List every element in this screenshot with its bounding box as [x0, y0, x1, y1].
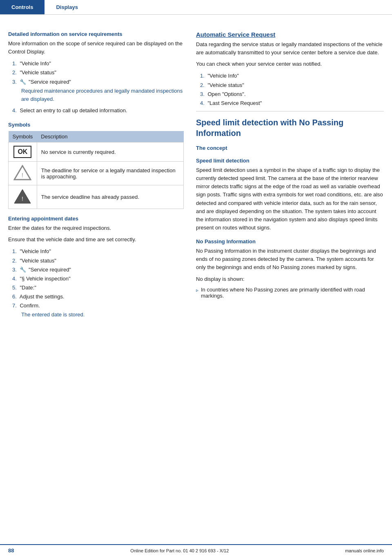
symbols-section: Symbols Symbols Description OK No servic… [8, 122, 184, 209]
speed-limit-section: Speed limit detection with No Passing In… [196, 117, 384, 299]
list-item: 5. "Date:" [12, 283, 184, 292]
no-passing-info-body: No Passing Information in the instrument… [196, 247, 384, 271]
appointment-dates-section: Entering appointment dates Enter the dat… [8, 216, 184, 319]
appointment-dates-heading: Entering appointment dates [8, 216, 184, 222]
list-item: 3. Open "Options". [200, 90, 384, 99]
tab-controls[interactable]: Controls [0, 0, 45, 14]
list-item: 3. 🔧 "Service required" [12, 78, 184, 87]
footer-center-text: Online Edition for Part no. 01 40 2 916 … [130, 548, 229, 553]
automatic-service-body1: Data regarding the service status or leg… [196, 40, 384, 57]
list-item: 7. Confirm. [12, 301, 184, 310]
no-passing-bullets: ▹ In countries where No Passing zones ar… [196, 287, 384, 299]
list-item: 2. "Vehicle status" [200, 81, 384, 90]
no-passing-info-subheading: No Passing Information [196, 238, 384, 245]
bullet-text: In countries where No Passing zones are … [201, 287, 384, 299]
table-row: ! The service deadline has already passe… [9, 185, 184, 209]
automatic-service-list: 1. "Vehicle Info" 2. "Vehicle status" 3.… [200, 71, 384, 108]
symbols-table: Symbols Description OK No service is cur… [8, 131, 184, 209]
list-item: 4. "Last Service Request" [200, 99, 384, 108]
detailed-info-heading: Detailed information on service requirem… [8, 31, 184, 37]
speed-limit-heading: Speed limit detection with No Passing In… [196, 117, 384, 138]
automatic-service-body2: You can check when your service center w… [196, 60, 384, 68]
list-item: 4. "§ Vehicle inspection" [12, 274, 184, 283]
list-item: 1. "Vehicle Info" [12, 59, 184, 68]
appointment-dates-body1: Enter the dates for the required inspect… [8, 224, 184, 232]
triangle-filled-symbol: ! [13, 189, 31, 204]
table-row: OK No service is currently required. [9, 142, 184, 162]
section-divider [196, 111, 384, 111]
page-footer: 88 Online Edition for Part no. 01 40 2 9… [0, 544, 392, 556]
appointment-dates-list: 1. "Vehicle Info" 2. "Vehicle status" 3.… [12, 247, 184, 319]
detailed-info-body: More information on the scope of service… [8, 40, 184, 56]
concept-subheading: The concept [196, 145, 384, 151]
list-item: 2. "Vehicle status" [12, 256, 184, 265]
page-number: 88 [8, 547, 14, 554]
list-item: 1. "Vehicle Info" [200, 71, 384, 80]
ok-symbol: OK [13, 146, 31, 158]
list-item: 6. Adjust the settings. [12, 292, 184, 301]
bullet-item: ▹ In countries where No Passing zones ar… [196, 287, 384, 299]
symbols-heading: Symbols [8, 122, 184, 128]
symbols-col-header: Symbols [9, 131, 37, 142]
left-column: Detailed information on service requirem… [8, 24, 184, 323]
description-cell: The deadline for service or a legally ma… [37, 162, 183, 185]
table-row: ! The deadline for service or a legally … [9, 162, 184, 185]
detailed-info-section: Detailed information on service requirem… [8, 31, 184, 115]
list-item: 1. "Vehicle Info" [12, 247, 184, 256]
list-item: 3. 🔧 "Service required" [12, 265, 184, 274]
list-sub-item: The entered date is stored. [21, 310, 184, 319]
symbol-triangle-filled-cell: ! [9, 185, 37, 209]
speed-limit-detection-subheading: Speed limit detection [196, 158, 384, 164]
speed-limit-body: Speed limit detection uses a symbol in t… [196, 166, 384, 232]
list-item: 2. "Vehicle status" [12, 68, 184, 77]
list-sub-item: Required maintenance procedures and lega… [21, 87, 184, 104]
triangle-outline-symbol: ! [13, 165, 31, 180]
automatic-service-request-section: Automatic Service Request Data regarding… [196, 31, 384, 108]
detailed-info-list: 1. "Vehicle Info" 2. "Vehicle status" 3.… [12, 59, 184, 115]
appointment-dates-body2: Ensure that the vehicle date and time ar… [8, 236, 184, 244]
wrench-icon: 🔧 [20, 266, 26, 274]
automatic-service-heading: Automatic Service Request [196, 31, 384, 38]
symbol-ok-cell: OK [9, 142, 37, 162]
wrench-icon: 🔧 [20, 78, 26, 86]
right-column: Automatic Service Request Data regarding… [192, 24, 384, 323]
no-display-body: No display is shown: [196, 275, 384, 283]
list-item: 4. Select an entry to call up detailed i… [12, 106, 184, 115]
tab-displays[interactable]: Displays [45, 0, 89, 14]
description-col-header: Description [37, 131, 183, 142]
footer-right-text: manuals online.info [345, 548, 384, 553]
main-content: Detailed information on service requirem… [0, 15, 392, 339]
svg-text:!: ! [22, 172, 23, 178]
top-navigation: Controls Displays [0, 0, 392, 15]
symbol-triangle-outline-cell: ! [9, 162, 37, 185]
arrow-icon: ▹ [196, 287, 198, 293]
svg-text:!: ! [22, 196, 23, 202]
description-cell: The service deadline has already passed. [37, 185, 183, 209]
description-cell: No service is currently required. [37, 142, 183, 162]
